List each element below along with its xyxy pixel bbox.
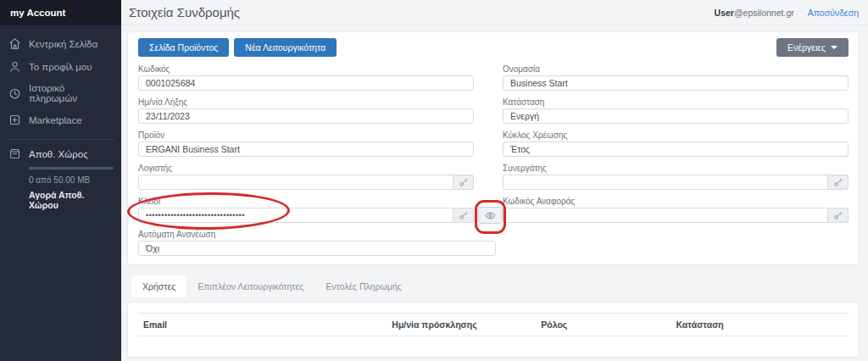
app-brand: my Account [0,0,121,25]
field-reference-code: Κωδικός Αναφοράς [503,197,849,223]
expiry-label: Ημ/νία Λήξης [138,97,474,107]
billing-cycle-label: Κύκλος Χρέωσης [503,131,849,140]
col-invite-date: Ημ/νία πρόσκλησης [387,314,536,336]
buy-storage-link[interactable]: Αγορά Αποθ. Χώρου [29,190,113,210]
field-accountant: Λογιστής [138,164,474,190]
accountant-key-button[interactable] [453,175,474,190]
reveal-key-button[interactable] [478,207,503,224]
page-title: Στοιχεία Συνδρομής [129,5,240,19]
sidebar-item-label: Ιστορικό πληρωμών [29,83,113,103]
field-product: Προϊόν [138,131,474,157]
sidebar-item-label: Κεντρική Σελίδα [29,39,97,49]
col-status: Κατάσταση [670,314,849,336]
partner-input[interactable] [503,175,828,190]
key-label: Κλειδί [138,197,474,206]
storage-usage-text: 0 από 50.00 MB [29,175,113,185]
users-table-header-row: Email Ημ/νία πρόσκλησης Ρόλος Κατάσταση [138,314,849,336]
name-input[interactable] [503,75,849,91]
history-icon [8,87,21,100]
billing-cycle-input[interactable] [503,142,849,157]
tab-users[interactable]: Χρήστες [131,275,186,297]
subscription-details-card: Σελίδα Προϊόντος Νέα Λειτουργικότητα Ενέ… [127,31,860,265]
reference-code-label: Κωδικός Αναφοράς [503,197,849,206]
field-name: Ονομασία [503,64,849,91]
tab-extra-features[interactable]: Επιπλέον Λειτουργικότητες [186,275,314,297]
sidebar-nav: Κεντρική Σελίδα Το προφίλ μου Ιστορικό π… [0,25,121,131]
users-table: Email Ημ/νία πρόσκλησης Ρόλος Κατάσταση [138,313,849,336]
sidebar-item-label: Marketplace [29,115,82,125]
key-icon [833,211,843,220]
sidebar: my Account Κεντρική Σελίδα Το προφίλ μου… [0,0,121,361]
field-key: Κλειδί [138,197,474,223]
key-icon [459,178,468,187]
code-label: Κωδικός [138,64,474,74]
auto-renew-input[interactable] [138,241,496,256]
name-label: Ονομασία [503,64,849,74]
storage-label: Αποθ. Χώρος [29,149,88,159]
sidebar-item-marketplace[interactable]: Marketplace [0,108,121,131]
caret-down-icon [831,46,837,49]
sidebar-item-payment-history[interactable]: Ιστορικό πληρωμών [0,78,121,108]
sidebar-item-profile[interactable]: Το προφίλ μου [0,55,121,78]
detail-tabs: Χρήστες Επιπλέον Λειτουργικότητες Εντολέ… [127,275,860,297]
user-email: User@epsilonnet.gr [715,8,794,18]
field-billing-cycle: Κύκλος Χρέωσης [503,131,849,157]
storage-section: Αποθ. Χώρος 0 από 50.00 MB Αγορά Αποθ. Χ… [0,146,121,212]
home-icon [8,37,21,50]
auto-renew-label: Αυτόματη Ανανέωση [138,230,474,239]
status-label: Κατάσταση [503,97,849,107]
users-tab-card: Email Ημ/νία πρόσκλησης Ρόλος Κατάσταση [127,302,860,358]
partner-label: Συνεργάτης [503,164,849,173]
subscription-form: Κωδικός Ημ/νία Λήξης Προϊόν Λογιστής [138,64,849,263]
key-icon [833,178,843,187]
expiry-input[interactable] [138,108,474,124]
product-label: Προϊόν [138,131,474,140]
storage-icon [8,147,21,160]
sidebar-item-label: Το προφίλ μου [29,62,92,72]
reference-code-input[interactable] [503,208,828,223]
sidebar-divider [7,139,114,140]
reference-code-key-button[interactable] [828,208,849,223]
topbar: Στοιχεία Συνδρομής User@epsilonnet.gr Απ… [121,0,868,25]
tab-payment-orders[interactable]: Εντολές Πληρωμής [314,275,413,297]
key-key-button[interactable] [453,208,474,223]
code-input[interactable] [138,75,474,91]
user-domain: @epsilonnet.gr [734,8,794,18]
toolbar: Σελίδα Προϊόντος Νέα Λειτουργικότητα Ενέ… [138,38,849,64]
logout-link[interactable]: Αποσύνδεση [808,8,859,18]
eye-icon [485,210,496,221]
status-input[interactable] [503,108,849,124]
field-auto-renew: Αυτόματη Ανανέωση [138,230,474,256]
key-input[interactable] [138,208,453,223]
key-icon [459,211,468,220]
sidebar-item-storage[interactable]: Αποθ. Χώρος [8,147,113,160]
field-expiry: Ημ/νία Λήξης [138,97,474,124]
field-code: Κωδικός [138,64,474,91]
col-email: Email [138,314,387,336]
accountant-input[interactable] [138,175,453,190]
accountant-label: Λογιστής [138,164,474,173]
product-input[interactable] [138,142,474,157]
marketplace-icon [8,114,21,126]
col-role: Ρόλος [536,314,670,336]
field-partner: Συνεργάτης [503,164,849,190]
partner-key-button[interactable] [828,175,849,190]
user-name: User [715,8,734,18]
sidebar-item-home[interactable]: Κεντρική Σελίδα [0,32,121,55]
storage-progress-bar [29,167,114,169]
user-icon [8,60,21,73]
main-area: Στοιχεία Συνδρομής User@epsilonnet.gr Απ… [121,0,868,361]
new-feature-button[interactable]: Νέα Λειτουργικότητα [234,38,337,57]
actions-button[interactable]: Ενέργειες [776,38,849,57]
product-page-button[interactable]: Σελίδα Προϊόντος [138,38,229,57]
field-status: Κατάσταση [503,97,849,124]
